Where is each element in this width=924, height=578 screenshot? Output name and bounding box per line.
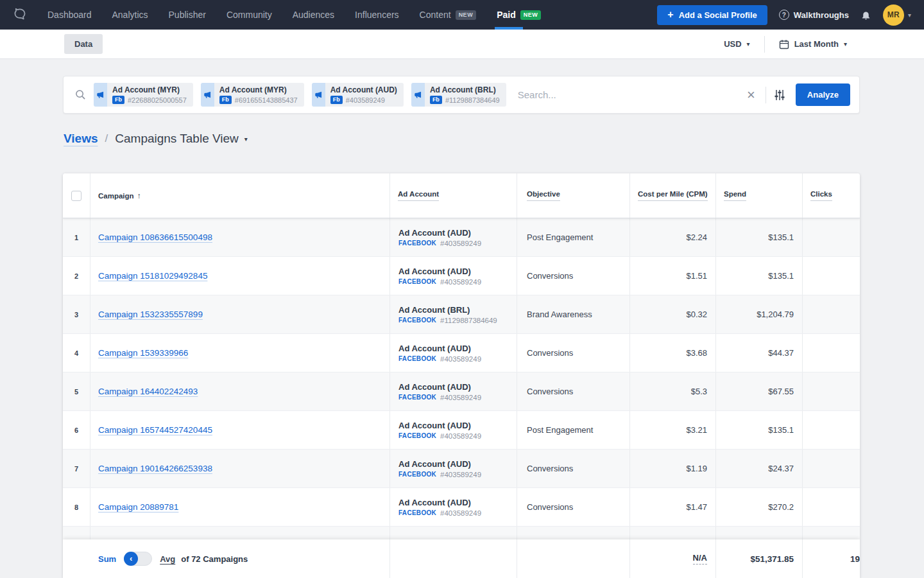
cpm-value: $1.51 <box>686 271 707 281</box>
cpm-value: $1.19 <box>686 464 707 473</box>
toggle-knob: ‹ <box>124 552 138 566</box>
sum-label[interactable]: Sum <box>98 554 116 564</box>
campaign-link[interactable]: Campaign 164402242493 <box>98 387 198 396</box>
currency-select[interactable]: USD ▾ <box>724 39 749 49</box>
date-range-value: Last Month <box>794 39 839 49</box>
nav-item[interactable]: Community <box>216 0 282 30</box>
campaign-link[interactable]: Campaign 20889781 <box>98 502 178 512</box>
clicks-total: 19 <box>850 554 860 564</box>
ad-account-chip[interactable]: Ad Account (MYR) Fb #22688025000557 <box>94 83 193 107</box>
campaign-link[interactable]: Campaign 1532335557899 <box>98 310 203 319</box>
campaign-link[interactable]: Campaign 15181029492845 <box>98 271 207 281</box>
column-header-clicks[interactable]: Clicks <box>810 190 832 201</box>
avg-label[interactable]: Avg <box>160 554 175 564</box>
facebook-badge: Fb <box>219 96 232 104</box>
campaign-link[interactable]: Campaign 165744527420445 <box>98 425 212 435</box>
question-circle-icon: ? <box>779 10 789 20</box>
chip-account-name: Ad Account (AUD) <box>330 85 397 94</box>
chip-account-id: #1129887384649 <box>445 96 500 104</box>
tab-data[interactable]: Data <box>64 34 103 54</box>
toolbar-divider <box>764 36 765 53</box>
column-header-ad-account[interactable]: Ad Account <box>398 190 439 201</box>
network-label: FACEBOOK <box>398 394 436 401</box>
column-header-cpm[interactable]: Cost per Mile (CPM) <box>638 190 708 201</box>
table-row: 3 Campaign 1532335557899 Ad Account (BRL… <box>63 295 860 334</box>
nav-item[interactable]: Content NEW <box>409 0 487 30</box>
notifications-bell-icon[interactable] <box>860 10 871 21</box>
nav-right: + Add a Social Profile ? Walkthroughs MR… <box>657 4 911 26</box>
spend-value: $135.1 <box>768 271 794 281</box>
nav-item[interactable]: Dashboard <box>37 0 102 30</box>
ad-account-chip[interactable]: Ad Account (AUD) Fb #403589249 <box>312 83 404 107</box>
user-menu[interactable]: MR ▾ <box>883 4 911 26</box>
ad-account-id: #403589249 <box>440 471 481 478</box>
nav-item[interactable]: Paid NEW <box>486 0 551 30</box>
select-all-checkbox[interactable] <box>71 191 81 201</box>
walkthroughs-button[interactable]: ? Walkthroughs <box>779 10 849 20</box>
clicks-cell <box>802 450 860 487</box>
column-header-spend[interactable]: Spend <box>724 190 746 201</box>
view-selector[interactable]: Campaigns Table View ▾ <box>115 132 248 146</box>
ad-account-name: Ad Account (AUD) <box>398 421 471 430</box>
facebook-badge: Fb <box>330 96 343 104</box>
analyze-button[interactable]: Analyze <box>796 83 850 106</box>
nav-item[interactable]: Audiences <box>282 0 345 30</box>
nav-item[interactable]: Analytics <box>102 0 158 30</box>
top-nav: Dashboard Analytics Publisher Community … <box>0 0 924 30</box>
new-badge: NEW <box>520 10 542 20</box>
spend-value: $270.2 <box>768 502 794 512</box>
chip-account-name: Ad Account (BRL) <box>430 85 500 94</box>
spend-value: $135.1 <box>768 232 794 242</box>
sum-avg-toggle[interactable]: ‹ <box>124 552 152 566</box>
filter-settings-icon[interactable] <box>774 89 785 101</box>
clicks-cell <box>802 334 860 372</box>
network-label: FACEBOOK <box>398 240 436 247</box>
primary-nav: Dashboard Analytics Publisher Community … <box>37 0 551 30</box>
campaign-count-label: of 72 Campaigns <box>181 554 248 564</box>
ad-account-id: #403589249 <box>440 278 481 286</box>
row-number: 7 <box>74 465 78 473</box>
campaigns-table: Campaign↑ Ad Account Objective Cost per … <box>63 173 860 578</box>
row-number: 2 <box>74 272 78 280</box>
cpm-total: N/A <box>693 553 707 565</box>
campaign-link[interactable]: Campaign 1539339966 <box>98 348 188 358</box>
new-badge: NEW <box>456 10 477 20</box>
ad-account-id: #1129887384649 <box>440 317 497 324</box>
chip-account-id: #691655143885437 <box>235 96 298 104</box>
app-logo-icon[interactable] <box>12 6 28 23</box>
current-view-title: Campaigns Table View <box>115 132 239 146</box>
campaign-link[interactable]: Campaign 108636615500498 <box>98 232 212 242</box>
column-header-campaign[interactable]: Campaign↑ <box>98 191 141 200</box>
column-header-objective[interactable]: Objective <box>527 190 560 201</box>
objective-value: Conversions <box>527 387 573 396</box>
clicks-cell <box>802 257 860 295</box>
date-range-select[interactable]: Last Month ▾ <box>779 39 847 49</box>
clear-filters-icon[interactable]: × <box>744 88 758 102</box>
network-label: FACEBOOK <box>398 432 436 439</box>
avatar: MR <box>883 4 904 26</box>
cpm-value: $0.32 <box>686 310 707 319</box>
toggle-chevron-icon: ‹ <box>130 554 132 563</box>
ad-account-id: #403589249 <box>440 432 481 440</box>
toolbar-right: USD ▾ Last Month ▾ <box>724 36 847 53</box>
facebook-badge: Fb <box>430 96 442 104</box>
table-header: Campaign↑ Ad Account Objective Cost per … <box>63 173 860 218</box>
ad-account-chip[interactable]: Ad Account (BRL) Fb #1129887384649 <box>411 83 506 107</box>
breadcrumb-views-link[interactable]: Views <box>64 132 98 146</box>
nav-item[interactable]: Publisher <box>158 0 216 30</box>
row-number: 6 <box>74 426 78 434</box>
row-number: 1 <box>74 234 78 241</box>
clicks-cell <box>802 372 860 410</box>
megaphone-icon <box>411 83 425 107</box>
search-input[interactable] <box>518 89 744 100</box>
chip-account-id: #22688025000557 <box>128 96 187 104</box>
ad-account-name: Ad Account (AUD) <box>398 228 471 238</box>
ad-account-chip[interactable]: Ad Account (MYR) Fb #691655143885437 <box>201 83 304 107</box>
campaign-link[interactable]: Campaign 190164266253938 <box>98 464 212 473</box>
spend-value: $67.55 <box>768 387 794 396</box>
calendar-icon <box>779 39 789 49</box>
chip-account-name: Ad Account (MYR) <box>219 85 298 94</box>
row-number: 4 <box>74 349 78 357</box>
nav-item[interactable]: Influencers <box>345 0 409 30</box>
add-social-profile-button[interactable]: + Add a Social Profile <box>657 5 767 25</box>
